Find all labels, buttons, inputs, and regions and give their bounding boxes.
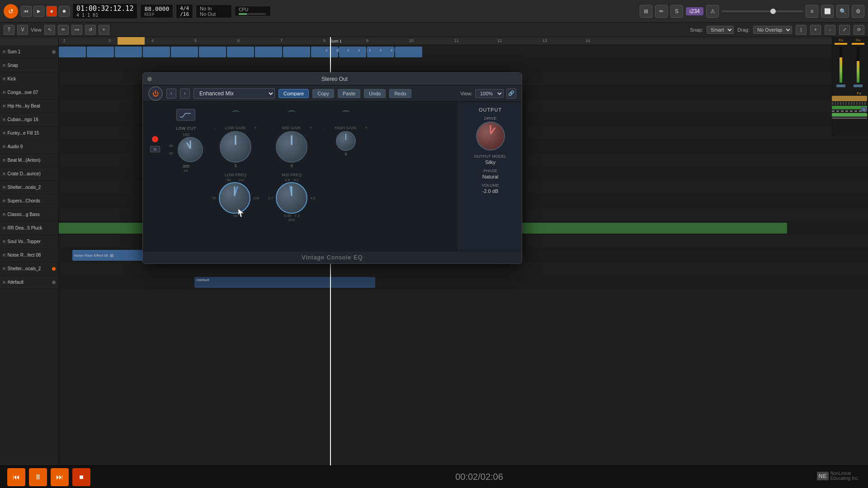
master-slider-thumb[interactable] [770,9,776,14]
filter-shape-button[interactable] [176,109,195,121]
clip[interactable] [171,47,198,57]
clip[interactable] [255,47,282,57]
range-tool[interactable]: ⊶ [71,25,82,35]
mid-gain-val: 0 [291,164,293,168]
track-item[interactable]: R Shelter...ocals_2 [0,181,58,194]
stop-square-button[interactable]: ■ [72,468,90,486]
track-item[interactable]: R Audio 9 [0,140,58,154]
clip[interactable] [87,47,114,57]
s-btn-right[interactable]: S [861,107,867,112]
low-band-icon[interactable]: ⌒ [231,109,240,121]
skip-back-button[interactable]: ⏮ [7,468,25,486]
s-button[interactable]: S [377,48,384,52]
s-btn-right-inner[interactable]: S [861,107,867,112]
drive-knob[interactable] [476,122,505,150]
track-item[interactable]: R Funky...e Fill 15 [0,127,58,140]
alert-icon[interactable]: ⚠ [706,5,719,18]
redo-button[interactable]: Redo [389,89,411,98]
clip[interactable] [395,47,422,57]
track-item[interactable]: R Beat M...(Anton) [0,154,58,167]
clip[interactable] [115,47,142,57]
windows-icon[interactable]: ⬜ [821,5,834,18]
pencil-icon[interactable]: ✏ [655,5,668,18]
mid-freq-knob[interactable] [276,182,307,214]
pause-button[interactable]: ⏸ [29,468,47,486]
undo-button[interactable]: Undo [364,89,386,98]
track-item[interactable]: R Snap [0,59,58,72]
s-icon[interactable]: S [670,5,683,18]
s-button[interactable]: S [323,48,330,52]
loop-tool[interactable]: ↺ [85,25,96,35]
clip[interactable] [59,47,86,57]
zoom-out-icon[interactable]: - [825,25,835,35]
s-button[interactable]: S [356,48,362,52]
track-item-noise[interactable]: R Noise R...fect 08 [0,249,58,262]
track-item[interactable]: R Classic...g Bass [0,208,58,221]
pencil-tool[interactable]: ✏ [58,25,69,35]
mid-gain-knob[interactable] [276,131,307,163]
clip[interactable] [143,47,170,57]
fader-thumb[interactable] [836,84,845,87]
low-freq-knob[interactable] [219,182,250,214]
record-button[interactable]: ⏺ [59,6,70,17]
fader-thumb2[interactable] [854,84,863,87]
s-button[interactable]: S [345,48,351,52]
snap-select[interactable]: Smart [707,26,734,34]
plugin-id-badge[interactable]: ı234 [686,7,703,15]
skip-forward-button[interactable]: ⏭ [51,468,69,486]
track-item[interactable]: R Soul Vo...Topper [0,235,58,249]
track-item-default[interactable]: R #default [0,276,58,289]
add-icon[interactable]: + [99,25,109,35]
track-item[interactable]: R Kick [0,72,58,86]
high-band-icon[interactable]: ⌒ [341,109,350,121]
ruler-icon[interactable]: | [796,25,807,35]
s-button[interactable]: S [334,48,340,52]
s-button[interactable]: S [388,48,395,52]
copy-button[interactable]: Copy [312,89,334,98]
track-item[interactable]: R Crate D...aurice) [0,167,58,181]
low-gain-knob[interactable] [220,131,251,163]
track-item[interactable]: R Supers...Chords [0,194,58,208]
clip[interactable] [283,47,310,57]
list-icon[interactable]: ≡ [806,5,818,18]
compare-button[interactable]: Compare [278,89,309,98]
window-close-button[interactable] [147,77,152,81]
link-icon[interactable]: 🔗 [506,89,516,99]
drag-select[interactable]: No Overlap [753,26,792,34]
track-item[interactable]: R Conga...ove 07 [0,86,58,99]
stop-button[interactable]: ■ [46,6,57,17]
default-clip[interactable]: #default [194,277,375,288]
high-gain-knob[interactable] [336,131,356,151]
preset-select[interactable]: Enhanced Mix [193,88,275,99]
view-select[interactable]: 100% [475,89,504,98]
search-icon[interactable]: 🔍 [836,5,849,18]
pointer-tool[interactable]: ↖ [44,25,55,35]
loop-icon[interactable]: ⟳ [854,25,864,35]
fit-icon[interactable]: ⤢ [839,25,850,35]
track-item[interactable]: R RR Dea...5 Pluck [0,221,58,235]
power-button[interactable]: ⏻ [148,86,163,101]
play-button[interactable]: ▶ [33,6,44,17]
track-view-btn[interactable]: T [4,25,14,35]
preset-next-button[interactable]: › [180,89,190,99]
clip[interactable] [199,47,226,57]
zoom-in-icon[interactable]: + [810,25,821,35]
undo-button[interactable]: ↺ [4,4,18,19]
input-red-dot[interactable] [152,136,158,142]
track-item[interactable]: R Sum 1 [0,45,58,59]
preset-prev-button[interactable]: ‹ [166,89,176,99]
grid-icon[interactable]: ⊞ [640,5,652,18]
mid-band-icon[interactable]: ⌒ [287,109,296,121]
track-item[interactable]: R Hip Ho...ky Beat [0,99,58,113]
view-toggle-btn[interactable]: V [17,25,28,35]
track-item[interactable]: R Cuban...ngo 16 [0,113,58,127]
low-cut-knob[interactable] [178,137,203,162]
tempo-display[interactable]: 88.0000 KEEP [140,4,173,18]
settings-icon[interactable]: ⚙ [852,5,864,18]
paste-button[interactable]: Paste [338,89,360,98]
clip[interactable] [227,47,254,57]
track-item[interactable]: R Shelter...ocals_2 [0,262,58,276]
s-button[interactable]: S [367,48,373,52]
rewind-button[interactable]: ⏮ [21,6,32,17]
master-slider[interactable] [722,10,803,12]
